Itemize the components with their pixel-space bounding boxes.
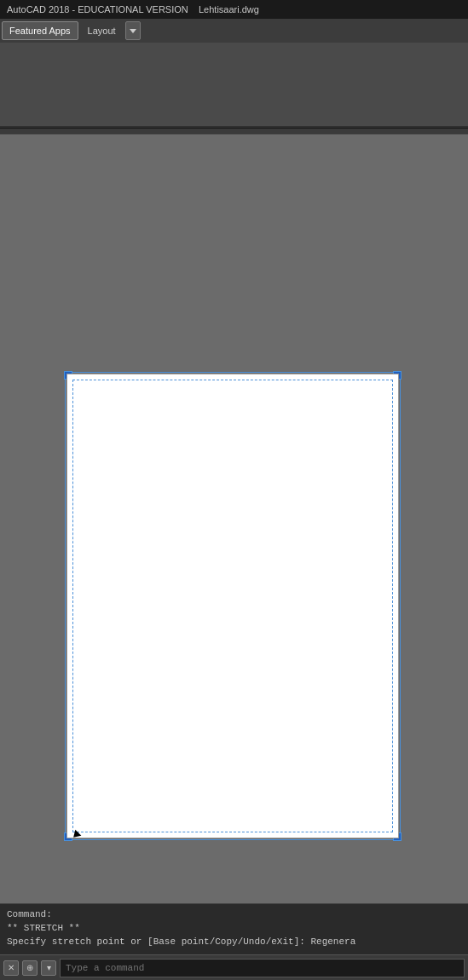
command-stretch: ** STRETCH ** bbox=[7, 921, 461, 935]
app-title: AutoCAD 2018 - EDUCATIONAL VERSION bbox=[7, 4, 188, 14]
paper-sheet bbox=[66, 374, 399, 838]
ribbon-bar: Featured Apps Layout bbox=[0, 19, 468, 43]
command-area: Command: ** STRETCH ** Specify stretch p… bbox=[0, 903, 468, 954]
close-icon: ✕ bbox=[8, 963, 14, 972]
viewport-divider bbox=[0, 128, 468, 135]
command-input-bar: ✕ ⊕ ▾ bbox=[0, 954, 468, 980]
cursor-indicator bbox=[70, 830, 82, 842]
tab-dropdown-button[interactable] bbox=[125, 21, 141, 40]
command-input[interactable] bbox=[60, 959, 465, 977]
toolbar-area bbox=[0, 43, 468, 128]
canvas-area[interactable] bbox=[0, 135, 468, 877]
tab-featured-apps[interactable]: Featured Apps bbox=[2, 21, 78, 40]
chevron-down-icon: ▾ bbox=[47, 963, 51, 972]
search-icon: ⊕ bbox=[26, 963, 33, 972]
filename: Lehtisaari.dwg bbox=[199, 4, 259, 14]
close-button[interactable]: ✕ bbox=[3, 960, 19, 976]
paper-inner-border bbox=[72, 380, 393, 832]
title-bar: AutoCAD 2018 - EDUCATIONAL VERSION Lehti… bbox=[0, 0, 468, 19]
cursor-arrow-icon bbox=[71, 830, 82, 841]
chevron-down-icon bbox=[130, 29, 136, 33]
command-dropdown-button[interactable]: ▾ bbox=[41, 960, 56, 976]
command-specify: Specify stretch point or [Base point/Cop… bbox=[7, 935, 461, 948]
tab-layout[interactable]: Layout bbox=[80, 21, 124, 40]
command-label: Command: bbox=[7, 908, 461, 921]
search-button[interactable]: ⊕ bbox=[22, 960, 38, 976]
